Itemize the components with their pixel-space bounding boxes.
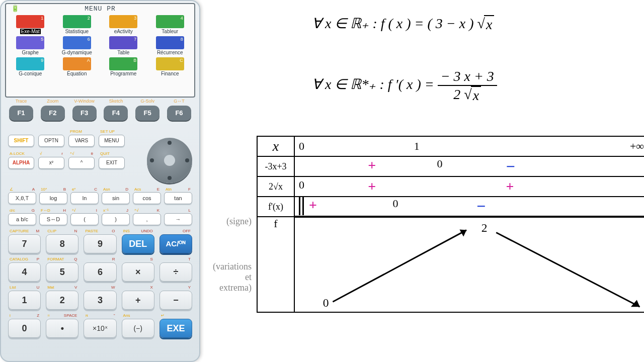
x-val-0: 0 xyxy=(299,140,414,153)
calculator: 🔋 MENU PR 1Exe-Mat2Statistique3eActivity… xyxy=(0,0,200,362)
x-header: x xyxy=(273,138,279,154)
key-ac[interactable]: OFFAC/ᴼᴺ xyxy=(159,234,192,253)
f1-func: f ( x ) = ( 3 − x ) xyxy=(381,16,474,31)
f2-prefix: ∀ x ∈ ℝ*₊ : xyxy=(312,76,388,92)
menu-item-exe-mat[interactable]: 1Exe-Mat xyxy=(8,14,53,34)
menu-title: MENU PR xyxy=(85,5,116,13)
x-row: x 0 1 +∞ xyxy=(257,136,644,156)
key-10[interactable]: π"×10ˣ xyxy=(84,319,116,338)
key-abc[interactable]: d/cGa b/c xyxy=(8,213,36,225)
calc-screen: 🔋 MENU PR 1Exe-Mat2Statistique3eActivity… xyxy=(5,3,195,98)
formula-f-prime: ∀ x ∈ ℝ*₊ : f ′( x ) = − 3 x + 3 2 x xyxy=(312,68,497,104)
key-[interactable]: S× xyxy=(122,262,154,282)
key-[interactable]: Ans(−) xyxy=(122,319,154,338)
key-sd[interactable]: F↔DHS↔D xyxy=(39,213,67,225)
f-header: f xyxy=(257,217,294,312)
key-7[interactable]: CAPTUREM7 xyxy=(8,234,41,253)
menu-item-eactivity[interactable]: 3eActivity xyxy=(101,14,146,34)
key-[interactable]: L→ xyxy=(164,213,192,225)
key-^[interactable]: ˣ√θ^ xyxy=(68,157,95,169)
right-panel: ∀ x ∈ ℝ₊ : f ( x ) = ( 3 − x ) x ∀ x ∈ ℝ… xyxy=(206,0,644,362)
menu-item-g-dynamique[interactable]: 6G-dynamique xyxy=(55,35,100,55)
menu-item-équation[interactable]: AÉquation xyxy=(55,56,100,76)
label-variations: (variations et extrema) xyxy=(201,261,252,293)
fkey-f1[interactable]: TraceF1 xyxy=(9,106,33,121)
d-pad[interactable] xyxy=(147,138,192,183)
label-signe: (signe) xyxy=(206,216,252,227)
f-keys-row: TraceF1ZoomF2V-WindowF3SketchF4G-SolvF5G… xyxy=(9,106,191,121)
key-4[interactable]: CATALOGP4 xyxy=(8,262,41,282)
key-[interactable]: ˣ√K, xyxy=(133,213,161,225)
formula-f: ∀ x ∈ ℝ₊ : f ( x ) = ( 3 − x ) x xyxy=(312,15,494,33)
fkey-f3[interactable]: V-WindowF3 xyxy=(72,106,97,121)
key-[interactable]: =SPACE• xyxy=(46,319,78,338)
key-sin[interactable]: AsnDsin xyxy=(102,192,130,204)
key-vars[interactable]: PRGMVARS xyxy=(68,135,95,147)
key-shift[interactable]: SHIFT xyxy=(8,135,34,147)
variation-arrows: 0 2 xyxy=(295,218,644,312)
f2-func: f ′( x ) = xyxy=(388,76,434,92)
fkey-f5[interactable]: G-SolvF5 xyxy=(135,106,159,121)
dpad-down[interactable] xyxy=(168,176,172,180)
num-rows: CAPTUREM7CLIPN8PASTEO9INSUNDODELOFFAC/ᴼᴺ… xyxy=(5,234,195,338)
dpad-up[interactable] xyxy=(168,141,172,145)
key-[interactable]: Y− xyxy=(159,291,192,310)
sign-row: -3x+3+0− xyxy=(257,156,644,176)
screen-title: 🔋 MENU PR xyxy=(8,5,192,13)
menu-item-programme[interactable]: BProgramme xyxy=(101,56,146,76)
menu-item-graphe[interactable]: 5Graphe xyxy=(8,35,53,55)
key-[interactable]: X+ xyxy=(122,291,154,310)
menu-item-table[interactable]: 7Table xyxy=(101,35,146,55)
key-[interactable]: T÷ xyxy=(159,262,192,282)
svg-line-0 xyxy=(333,230,466,302)
key-2[interactable]: MatV2 xyxy=(46,291,78,310)
f1-prefix: ∀ x ∈ ℝ₊ : xyxy=(312,16,381,31)
f2-den: 2 x xyxy=(450,86,484,104)
key-optn[interactable]: OPTN xyxy=(38,135,64,147)
menu-item-g-conique[interactable]: 9G-conique xyxy=(8,56,53,76)
key-menu[interactable]: SET UPMENU xyxy=(99,135,125,147)
menu-item-finance[interactable]: CFinance xyxy=(148,56,193,76)
menu-item-récurrence[interactable]: 8Récurrence xyxy=(148,35,193,55)
mid-left: SHIFTOPTNPRGMVARSSET UPMENUA-LOCKALPHA√r… xyxy=(8,135,125,169)
key-[interactable]: ᵌ√I( xyxy=(70,213,99,225)
key-0[interactable]: iZ0 xyxy=(8,319,41,338)
key-5[interactable]: FORMATQ5 xyxy=(46,262,78,282)
sign-row: 2√x0++ xyxy=(257,176,644,197)
menu-item-tableur[interactable]: 4Tableur xyxy=(148,14,193,34)
key-8[interactable]: CLIPN8 xyxy=(46,234,78,253)
key-1[interactable]: ListU1 xyxy=(8,291,41,310)
f1-sqrt: x xyxy=(477,15,495,33)
battery-icon: 🔋 xyxy=(11,5,20,13)
key-9[interactable]: PASTEO9 xyxy=(84,234,116,253)
fkey-f6[interactable]: G↔TF6 xyxy=(167,106,191,121)
dpad-left[interactable] xyxy=(150,158,154,162)
key-exit[interactable]: QUITEXIT xyxy=(99,157,125,169)
key-[interactable]: x⁻¹J) xyxy=(102,213,130,225)
menu-item-statistique[interactable]: 2Statistique xyxy=(55,14,100,34)
key-del[interactable]: INSUNDODEL xyxy=(122,234,154,253)
fkey-f4[interactable]: SketchF4 xyxy=(104,106,128,121)
menu-grid: 1Exe-Mat2Statistique3eActivity4Tableur5G… xyxy=(8,14,192,76)
key-tan[interactable]: AtnFtan xyxy=(164,192,192,204)
key-log[interactable]: 10ˣBlog xyxy=(39,192,67,204)
svg-line-2 xyxy=(496,233,639,307)
key-alpha[interactable]: A-LOCKALPHA xyxy=(8,157,34,169)
x-val-1: 1 xyxy=(414,140,529,153)
key-exe[interactable]: ↵EXE xyxy=(159,319,192,338)
sci-rows: ∠AX,θ,T10ˣBlogeˣClnAsnDsinAcsEcosAtnFtan… xyxy=(5,192,195,225)
f2-num: − 3 x + 3 xyxy=(438,68,497,85)
key-6[interactable]: R6 xyxy=(84,262,116,282)
key-x²[interactable]: √rx² xyxy=(38,157,64,169)
f-start: 0 xyxy=(323,296,329,309)
fkey-f2[interactable]: ZoomF2 xyxy=(41,106,65,121)
key-3[interactable]: W3 xyxy=(84,291,116,310)
key-ln[interactable]: eˣCln xyxy=(70,192,99,204)
mid-block: SHIFTOPTNPRGMVARSSET UPMENUA-LOCKALPHA√r… xyxy=(8,135,192,183)
dpad-right[interactable] xyxy=(185,158,189,162)
sign-table: x 0 1 +∞ -3x+3+0−2√x0++f'(x)+0− f 0 2 xyxy=(257,136,644,313)
key-xt[interactable]: ∠AX,θ,T xyxy=(8,192,36,204)
variation-row: f 0 2 xyxy=(257,217,644,312)
x-val-inf: +∞ xyxy=(529,140,644,153)
key-cos[interactable]: AcsEcos xyxy=(133,192,161,204)
